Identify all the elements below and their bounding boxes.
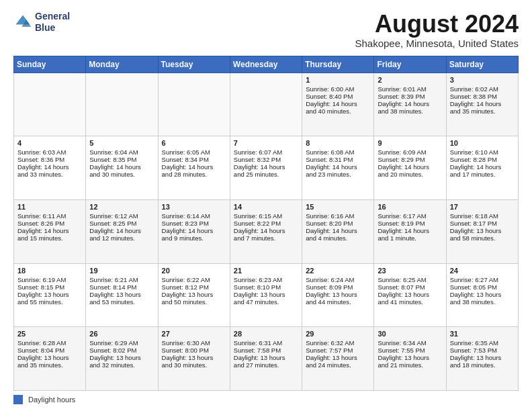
day-info-line: and 27 minutes. [234,361,298,369]
day-info-line: and 58 minutes. [450,234,515,242]
week-row-2: 11Sunrise: 6:11 AMSunset: 8:26 PMDayligh… [14,199,519,263]
day-info-line: and 32 minutes. [89,361,154,369]
logo: General Blue [13,11,70,34]
day-info-line: Daylight: 14 hours [450,163,515,171]
calendar-cell: 10Sunrise: 6:10 AMSunset: 8:28 PMDayligh… [446,136,518,200]
calendar-cell: 9Sunrise: 6:09 AMSunset: 8:29 PMDaylight… [374,136,446,200]
day-info-line: Sunset: 8:10 PM [234,283,298,291]
day-info-line: Daylight: 14 hours [89,163,154,171]
day-info-line: Daylight: 13 hours [378,354,442,361]
day-info-line: Sunrise: 6:15 AM [234,212,298,220]
day-info-line: Daylight: 13 hours [162,354,226,361]
day-number: 30 [378,330,442,338]
calendar-cell: 16Sunrise: 6:17 AMSunset: 8:19 PMDayligh… [374,199,446,263]
calendar-cell: 29Sunrise: 6:32 AMSunset: 7:57 PMDayligh… [302,327,374,391]
day-info-line: Sunrise: 6:32 AM [306,339,370,347]
day-info-line: and 38 minutes. [378,107,442,115]
day-number: 29 [306,330,370,338]
day-number: 5 [89,139,154,147]
col-header-friday: Friday [374,56,446,73]
day-info-line: Daylight: 14 hours [306,163,370,171]
day-info-line: Daylight: 13 hours [306,291,370,298]
calendar-header: SundayMondayTuesdayWednesdayThursdayFrid… [14,56,519,73]
day-info-line: and 23 minutes. [306,171,370,178]
day-info-line: Sunrise: 6:09 AM [378,148,442,156]
day-number: 2 [378,76,442,84]
day-info-line: Sunset: 8:28 PM [450,156,515,163]
calendar-cell [14,73,86,136]
day-info-line: Sunset: 8:40 PM [306,93,370,100]
logo-icon [13,13,32,32]
month-title: August 2024 [355,11,519,38]
day-info-line: and 18 minutes. [450,361,515,369]
day-number: 3 [450,76,515,84]
day-info-line: and 24 minutes. [306,361,370,369]
day-info-line: Sunset: 8:29 PM [378,156,442,163]
day-number: 21 [234,267,298,275]
day-info-line: Daylight: 14 hours [378,227,442,234]
day-info-line: and 40 minutes. [306,107,370,115]
day-info-line: Daylight: 14 hours [450,100,515,107]
day-info-line: Daylight: 13 hours [89,354,154,361]
day-number: 27 [162,330,226,338]
calendar-cell [158,73,230,136]
day-info-line: Sunset: 7:53 PM [450,347,515,354]
day-info-line: Sunset: 7:57 PM [306,347,370,354]
day-info-line: Daylight: 14 hours [162,227,226,234]
day-info-line: Sunrise: 6:31 AM [234,339,298,347]
page: General Blue August 2024 Shakopee, Minne… [0,0,532,411]
day-info-line: Sunset: 8:17 PM [450,220,515,227]
calendar-cell: 31Sunrise: 6:35 AMSunset: 7:53 PMDayligh… [446,327,518,391]
day-info-line: and 25 minutes. [234,171,298,178]
day-number: 28 [234,330,298,338]
day-number: 1 [306,76,370,84]
day-info-line: Sunrise: 6:11 AM [17,212,82,220]
day-info-line: Sunset: 8:35 PM [89,156,154,163]
day-info-line: Daylight: 14 hours [234,227,298,234]
calendar-cell: 19Sunrise: 6:21 AMSunset: 8:14 PMDayligh… [86,263,158,327]
day-info-line: Sunrise: 6:21 AM [89,276,154,283]
day-info-line: Sunrise: 6:07 AM [234,148,298,156]
calendar-cell: 7Sunrise: 6:07 AMSunset: 8:32 PMDaylight… [230,136,302,200]
day-info-line: Sunset: 8:23 PM [162,220,226,227]
week-row-0: 1Sunrise: 6:00 AMSunset: 8:40 PMDaylight… [14,73,519,136]
day-number: 9 [378,139,442,147]
calendar-cell: 11Sunrise: 6:11 AMSunset: 8:26 PMDayligh… [14,199,86,263]
day-number: 8 [306,139,370,147]
day-info-line: and 17 minutes. [450,171,515,178]
calendar-cell: 5Sunrise: 6:04 AMSunset: 8:35 PMDaylight… [86,136,158,200]
day-info-line: Sunset: 7:55 PM [378,347,442,354]
day-info-line: Sunrise: 6:19 AM [17,276,82,283]
calendar-cell: 22Sunrise: 6:24 AMSunset: 8:09 PMDayligh… [302,263,374,327]
legend-box-icon [13,395,23,404]
header-row: SundayMondayTuesdayWednesdayThursdayFrid… [14,56,519,73]
day-info-line: Sunrise: 6:12 AM [89,212,154,220]
day-number: 31 [450,330,515,338]
day-info-line: Sunrise: 6:29 AM [89,339,154,347]
calendar-cell: 20Sunrise: 6:22 AMSunset: 8:12 PMDayligh… [158,263,230,327]
day-info-line: Daylight: 14 hours [162,163,226,171]
col-header-thursday: Thursday [302,56,374,73]
day-info-line: Sunrise: 6:01 AM [378,85,442,93]
day-info-line: Sunrise: 6:24 AM [306,276,370,283]
day-info-line: Daylight: 14 hours [89,227,154,234]
day-info-line: Daylight: 13 hours [89,291,154,298]
day-info-line: Sunset: 7:58 PM [234,347,298,354]
day-number: 20 [162,267,226,275]
day-number: 11 [17,203,82,211]
day-info-line: Sunset: 8:38 PM [450,93,515,100]
day-info-line: Sunset: 8:02 PM [89,347,154,354]
day-info-line: and 50 minutes. [162,298,226,306]
day-number: 23 [378,267,442,275]
day-info-line: and 44 minutes. [306,298,370,306]
day-info-line: Daylight: 13 hours [450,354,515,361]
day-info-line: and 1 minute. [378,234,442,242]
day-info-line: Sunset: 8:05 PM [450,283,515,291]
day-number: 24 [450,267,515,275]
col-header-tuesday: Tuesday [158,56,230,73]
day-info-line: and 38 minutes. [450,298,515,306]
calendar-table: SundayMondayTuesdayWednesdayThursdayFrid… [13,56,519,391]
title-block: August 2024 Shakopee, Minnesota, United … [355,11,519,49]
day-info-line: Sunset: 8:25 PM [89,220,154,227]
calendar-cell: 23Sunrise: 6:25 AMSunset: 8:07 PMDayligh… [374,263,446,327]
